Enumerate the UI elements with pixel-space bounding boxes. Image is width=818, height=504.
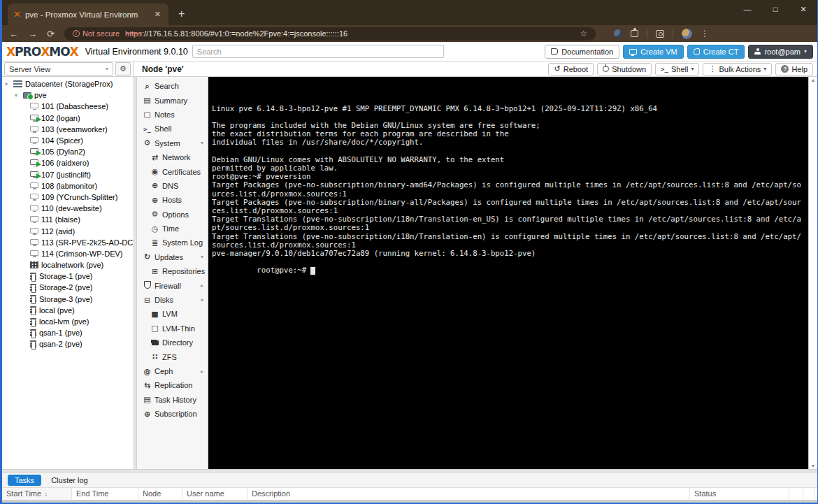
menu-item[interactable]: Network xyxy=(137,150,208,164)
tree-item[interactable]: 113 (SR-PVE-2k25-AD-DC) xyxy=(2,237,134,248)
not-secure-badge[interactable]: !Not secure xyxy=(73,29,120,38)
expander-icon[interactable]: ▾ xyxy=(15,92,23,99)
forward-icon[interactable]: → xyxy=(28,29,37,39)
menu-item[interactable]: Certificates xyxy=(137,164,208,178)
tree-item[interactable]: Storage-2 (pve) xyxy=(2,282,134,293)
documentation-button[interactable]: Documentation xyxy=(545,45,619,59)
menu-item[interactable]: Directory xyxy=(137,336,208,350)
maximize-button[interactable]: □ xyxy=(761,0,789,18)
menu-item[interactable]: Ceph xyxy=(137,364,208,378)
terminal-scrollbar[interactable]: ▲ ▼ xyxy=(808,77,817,469)
browser-menu-icon[interactable]: ⋮ xyxy=(701,29,710,38)
task-tab[interactable]: Cluster log xyxy=(44,475,95,486)
tree-item[interactable]: localnetwork (pve) xyxy=(2,259,134,271)
view-select-area: Server View▾ ⚙ xyxy=(2,62,134,76)
time-icon xyxy=(150,224,160,233)
tree-item[interactable]: 110 (dev-website) xyxy=(2,203,134,214)
tree-item[interactable]: 103 (veeamworker) xyxy=(2,124,134,135)
reload-icon[interactable]: ⟳ xyxy=(47,29,55,39)
column-header[interactable]: Node xyxy=(138,488,182,500)
menu-item[interactable]: Updates xyxy=(137,250,208,264)
column-header[interactable]: Start Time↓ xyxy=(2,488,72,500)
expander-icon[interactable]: ▾ xyxy=(5,81,13,87)
tree-item[interactable]: Storage-1 (pve) xyxy=(2,271,134,282)
tree-item[interactable]: Storage-3 (pve) xyxy=(2,294,134,305)
profile-avatar[interactable] xyxy=(682,29,692,39)
page-search-icon[interactable] xyxy=(656,30,664,38)
menu-item[interactable]: Disks xyxy=(137,293,208,307)
menu-item[interactable]: Search xyxy=(137,79,208,93)
scroll-down-icon[interactable]: ▼ xyxy=(811,463,816,468)
menu-item[interactable]: Hosts xyxy=(137,193,208,207)
menu-item[interactable]: Firewall xyxy=(137,278,208,292)
task-tab[interactable]: Tasks xyxy=(8,475,41,486)
global-search-input[interactable] xyxy=(192,45,444,58)
tree-item[interactable]: 107 (justinclift) xyxy=(2,169,134,180)
tree-item[interactable]: 109 (YCrunch-Splitter) xyxy=(2,192,134,203)
tree-item[interactable]: 111 (blaise) xyxy=(2,214,134,225)
tree-item[interactable]: 101 (Dabascheese) xyxy=(2,101,134,112)
tree-settings-button[interactable]: ⚙ xyxy=(115,62,131,75)
help-button[interactable]: ?Help xyxy=(775,63,813,75)
bulk-actions-button[interactable]: ⋮Bulk Actions▾ xyxy=(703,63,772,75)
browser-actions: ⋮ xyxy=(614,29,710,39)
tree-item[interactable]: qsan-2 (pve) xyxy=(2,338,134,350)
tree-item[interactable]: 114 (Crimson-WP-DEV) xyxy=(2,248,134,259)
tab-close-icon[interactable]: ✕ xyxy=(152,10,163,19)
column-header[interactable] xyxy=(803,488,815,500)
storage-icon xyxy=(30,284,36,291)
tree-item[interactable]: ▾ Datacenter (StorageProx) xyxy=(2,78,134,89)
tree-item[interactable]: local (pve) xyxy=(2,305,134,316)
column-header[interactable]: Status xyxy=(690,488,789,500)
column-header[interactable]: End Time xyxy=(72,488,138,500)
menu-item[interactable]: Options xyxy=(137,208,208,222)
menu-item[interactable]: Repositories xyxy=(137,264,208,278)
menu-item-label: Time xyxy=(162,224,179,233)
tree-item[interactable]: 105 (Dylan2) xyxy=(2,146,134,157)
reboot-button[interactable]: ↺Reboot xyxy=(548,63,594,75)
menu-item[interactable]: Task History xyxy=(137,393,208,407)
extension-icon[interactable] xyxy=(614,29,622,38)
tree-item[interactable]: qsan-1 (pve) xyxy=(2,327,134,338)
menu-item[interactable]: Subscription xyxy=(137,407,208,421)
extensions-puzzle-icon[interactable] xyxy=(631,30,638,37)
tree-item[interactable]: 106 (raidxero) xyxy=(2,157,134,168)
column-header[interactable] xyxy=(789,488,803,500)
minimize-button[interactable]: — xyxy=(733,0,761,18)
menu-item[interactable]: Notes xyxy=(137,108,208,122)
column-header[interactable]: User name xyxy=(182,488,247,500)
menu-item[interactable]: System Log xyxy=(137,236,208,250)
close-window-button[interactable]: ✕ xyxy=(789,0,817,18)
back-icon[interactable]: ← xyxy=(9,29,18,39)
menu-item[interactable]: Summary xyxy=(137,93,208,107)
address-bar[interactable]: !Not secure https://176.16.5.81:8006/#v1… xyxy=(64,27,596,41)
tree-item[interactable]: 102 (logan) xyxy=(2,113,134,124)
shutdown-button[interactable]: Shutdown xyxy=(597,63,652,75)
warning-icon: ! xyxy=(73,30,80,37)
tree-item[interactable]: 112 (avid) xyxy=(2,225,134,236)
create-vm-button[interactable]: Create VM xyxy=(623,45,684,59)
menu-item[interactable]: Time xyxy=(137,222,208,236)
menu-item[interactable]: LVM xyxy=(137,307,208,321)
vm-stopped-icon xyxy=(30,216,38,222)
new-tab-button[interactable]: + xyxy=(178,8,185,20)
bookmark-star-icon[interactable]: ☆ xyxy=(580,29,587,38)
tree-item[interactable]: 104 (Spicer) xyxy=(2,135,134,146)
terminal[interactable]: Linux pve 6.14.8-3-bpo12-pve #1 SMP PREE… xyxy=(208,77,808,469)
create-ct-button[interactable]: Create CT xyxy=(687,45,745,59)
user-menu-button[interactable]: root@pam▾ xyxy=(748,45,813,59)
view-select[interactable]: Server View▾ xyxy=(4,62,113,75)
tree-item[interactable]: ▾ pve xyxy=(2,89,134,101)
menu-item[interactable]: Replication xyxy=(137,378,208,392)
menu-item[interactable]: Shell xyxy=(137,122,208,136)
tree-item[interactable]: local-lvm (pve) xyxy=(2,316,134,327)
shell-button[interactable]: >_Shell▾ xyxy=(655,63,699,75)
menu-item[interactable]: LVM-Thin xyxy=(137,322,208,336)
column-header[interactable]: Description xyxy=(247,488,690,500)
tree-item[interactable]: 108 (labmonitor) xyxy=(2,180,134,192)
menu-item[interactable]: System xyxy=(137,136,208,150)
menu-item[interactable]: DNS xyxy=(137,179,208,193)
browser-tab[interactable]: ✕ pve - Proxmox Virtual Environm ✕ xyxy=(8,3,168,25)
menu-item[interactable]: ZFS xyxy=(137,350,208,363)
scroll-up-icon[interactable]: ▲ xyxy=(811,78,816,82)
